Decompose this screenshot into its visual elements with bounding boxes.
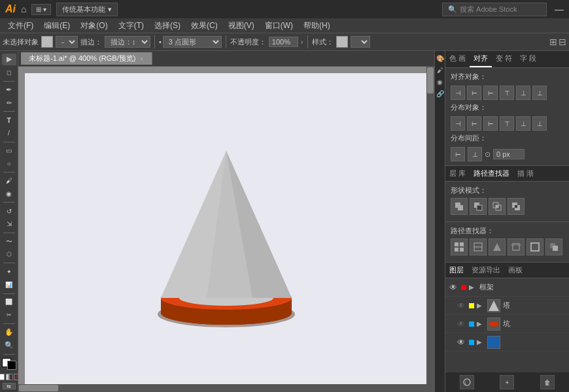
layer-item-tower[interactable]: 👁 ▶ 塔 xyxy=(445,297,569,315)
style-swatch[interactable] xyxy=(336,36,348,48)
tab-desc-grad[interactable]: 描 渐 xyxy=(513,166,538,181)
tool-zoom[interactable]: 🔍 xyxy=(2,340,16,351)
distrib-center-h-btn[interactable]: ⊢ xyxy=(467,116,481,131)
canvas-horizontal-scrollbar[interactable] xyxy=(18,384,426,392)
tool-ellipse[interactable]: ○ xyxy=(2,157,16,169)
stroke-box[interactable] xyxy=(7,361,16,370)
menu-window[interactable]: 窗口(W) xyxy=(260,19,298,33)
layer-options-btn[interactable]: i xyxy=(460,375,474,389)
fill-color-swatch[interactable] xyxy=(41,36,53,48)
layer-visibility-icon[interactable]: ◉ xyxy=(436,77,445,86)
none-icon[interactable]: | xyxy=(14,374,19,380)
menu-text[interactable]: 文字(T) xyxy=(113,19,149,33)
tool-select[interactable]: ▶ xyxy=(2,54,16,65)
tool-rotate[interactable]: ↺ xyxy=(2,205,16,217)
menu-file[interactable]: 文件(F) xyxy=(3,19,39,33)
tool-pen[interactable]: ✒ xyxy=(2,84,16,95)
distrib-left-btn[interactable]: ⊣ xyxy=(451,116,465,131)
spacing-v-btn[interactable]: ⊥ xyxy=(468,147,482,161)
scrollbar-thumb-vertical[interactable] xyxy=(427,67,434,93)
layer-expand-extra[interactable]: ▶ xyxy=(477,338,485,346)
layer-expand-tower[interactable]: ▶ xyxy=(477,302,485,309)
pf-merge-btn[interactable] xyxy=(489,238,506,255)
align-center-h-btn[interactable]: ⊢ xyxy=(467,86,481,100)
pf-divide-btn[interactable] xyxy=(451,238,468,255)
layer-eye-frame[interactable]: 👁 xyxy=(448,282,458,293)
layer-expand-frame[interactable]: ▶ xyxy=(469,284,477,291)
menu-select[interactable]: 选择(S) xyxy=(149,19,186,33)
align-center-v-btn[interactable]: ⊥ xyxy=(516,86,530,100)
shape-minus-front-btn[interactable] xyxy=(470,198,487,215)
shape-intersect-btn[interactable] xyxy=(489,198,506,215)
link-icon[interactable]: 🔗 xyxy=(436,89,445,98)
tool-free-transform[interactable]: ⬡ xyxy=(2,248,16,260)
brush-selector[interactable]: — xyxy=(56,36,78,48)
layer-item-frame[interactable]: 👁 ▶ 框架 xyxy=(445,278,569,297)
tool-hand[interactable]: ✋ xyxy=(2,327,16,338)
layout-toggle[interactable]: ⊞▾ xyxy=(31,4,51,15)
workspace-selector[interactable]: 传统基本功能 ▾ xyxy=(56,3,118,16)
stroke-selector[interactable]: 描边：↕ xyxy=(105,36,150,48)
minimize-button[interactable]: — xyxy=(555,4,564,14)
solid-color-icon[interactable] xyxy=(0,374,5,380)
distrib-bottom-btn[interactable]: ⊥ xyxy=(532,116,547,131)
tab-color[interactable]: 色 画 xyxy=(445,51,470,67)
swap-icon[interactable]: ⇆ xyxy=(3,383,16,389)
pf-outline-btn[interactable] xyxy=(526,238,543,255)
tab-layers-lib[interactable]: 层 库 xyxy=(445,166,470,181)
color-panel-icon[interactable]: 🎨 xyxy=(436,54,445,63)
tool-direct-select[interactable]: ◻ xyxy=(2,67,16,78)
menu-view[interactable]: 视图(V) xyxy=(223,19,260,33)
tool-scale[interactable]: ⇲ xyxy=(2,218,16,230)
layer-item-pit[interactable]: 👁 ▶ 坑 xyxy=(445,315,569,333)
tab-align[interactable]: 对齐 xyxy=(470,51,492,67)
tab-artboards[interactable]: 画板 xyxy=(504,263,526,278)
tool-slice[interactable]: ✂ xyxy=(2,309,16,321)
layer-item-extra[interactable]: 👁 ▶ xyxy=(445,333,569,351)
document-tab[interactable]: 未标题-1.ai* @ 400% (RGB/预览) × xyxy=(21,52,152,65)
align-top-btn[interactable]: ⊤ xyxy=(500,86,514,100)
layer-add-btn[interactable]: + xyxy=(500,375,514,389)
brush-panel-icon[interactable]: 🖌 xyxy=(436,65,445,74)
opacity-arrow[interactable]: › xyxy=(301,38,303,46)
tool-symbol[interactable]: ✦ xyxy=(2,266,16,278)
distrib-right-btn[interactable]: ⊢ xyxy=(483,116,498,131)
distrib-top-btn[interactable]: ⊤ xyxy=(500,116,514,131)
tool-rect[interactable]: ▭ xyxy=(2,144,16,156)
brush-size-select[interactable]: 3 点圆形 xyxy=(163,36,222,48)
pf-minus-back-btn[interactable] xyxy=(545,238,562,255)
layer-eye-extra[interactable]: 👁 xyxy=(456,337,466,348)
tab-transform[interactable]: 变 符 xyxy=(492,51,516,67)
pf-crop-btn[interactable] xyxy=(508,238,525,255)
shape-unite-btn[interactable] xyxy=(451,198,468,215)
menu-edit[interactable]: 编辑(E) xyxy=(39,19,75,33)
align-bottom-btn[interactable]: ⊥ xyxy=(532,86,547,100)
tool-blob[interactable]: ◉ xyxy=(2,188,16,200)
layer-expand-pit[interactable]: ▶ xyxy=(477,320,485,327)
shape-exclude-btn[interactable] xyxy=(508,198,525,215)
spacing-h-btn[interactable]: ⊢ xyxy=(451,147,465,161)
distrib-center-v-btn[interactable]: ⊥ xyxy=(516,116,530,131)
canvas-vertical-scrollbar[interactable] xyxy=(426,67,434,392)
scrollbar-thumb-horizontal[interactable] xyxy=(19,385,58,391)
gradient-icon[interactable] xyxy=(6,374,12,380)
align-icon2[interactable]: ⊟ xyxy=(559,37,566,47)
tab-pathfinder[interactable]: 路径查找器 xyxy=(470,166,513,181)
tool-graph[interactable]: 📊 xyxy=(2,279,16,291)
menu-help[interactable]: 帮助(H) xyxy=(298,19,336,33)
layer-delete-btn[interactable]: 🗑 xyxy=(540,375,555,389)
opacity-input[interactable] xyxy=(269,37,298,47)
home-icon[interactable]: ⌂ xyxy=(21,4,26,14)
tool-brush[interactable]: 🖌 xyxy=(2,175,16,187)
tool-type[interactable]: T xyxy=(2,114,16,126)
tool-line[interactable]: / xyxy=(2,127,16,139)
align-left-btn[interactable]: ⊣ xyxy=(451,86,465,100)
spacing-value-input[interactable] xyxy=(493,149,525,159)
layer-eye-tower[interactable]: 👁 xyxy=(456,301,466,311)
menu-effect[interactable]: 效果(C) xyxy=(186,19,223,33)
canvas-scroll-area[interactable] xyxy=(18,67,434,392)
tool-pencil[interactable]: ✏ xyxy=(2,97,16,108)
tab-close-btn[interactable]: × xyxy=(139,55,143,63)
tab-assets[interactable]: 资源导出 xyxy=(468,263,504,278)
pf-trim-btn[interactable] xyxy=(470,238,487,255)
